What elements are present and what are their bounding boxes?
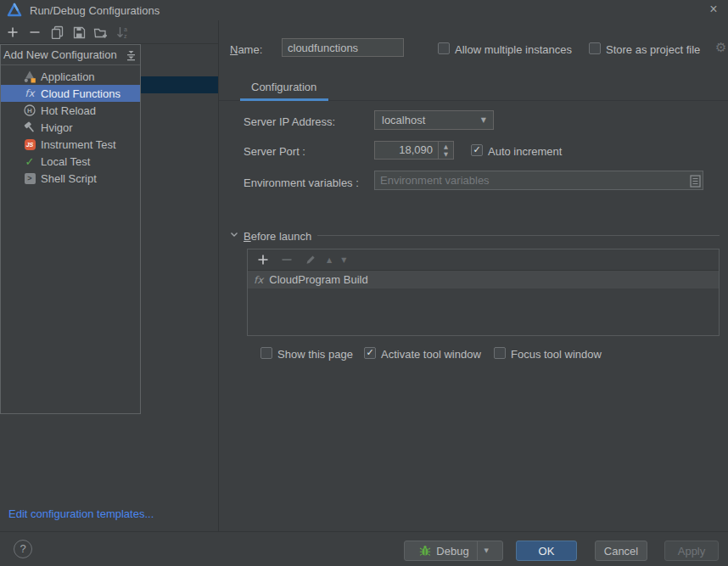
add-configuration-icon[interactable] xyxy=(5,25,20,39)
browse-variables-icon[interactable] xyxy=(689,174,701,188)
copy-configuration-icon[interactable] xyxy=(49,25,64,39)
configurations-toolbar: a z xyxy=(0,20,218,44)
focus-tool-window-label[interactable]: Focus tool window xyxy=(511,348,602,361)
close-icon[interactable]: × xyxy=(705,1,722,18)
dialog-title: Run/Debug Configurations xyxy=(30,4,160,17)
new-folder-icon[interactable] xyxy=(93,25,108,39)
before-launch-divider xyxy=(317,235,720,236)
spinner-buttons[interactable]: ▲ ▼ xyxy=(438,142,453,159)
before-launch-add-icon[interactable] xyxy=(255,253,270,267)
focus-tool-window-checkbox[interactable] xyxy=(494,347,506,359)
before-launch-task-row[interactable]: fx CloudProgram Build xyxy=(248,271,719,289)
hot-reload-icon: H xyxy=(23,104,36,117)
save-configuration-icon[interactable] xyxy=(71,25,86,39)
move-down-icon[interactable]: ▼ xyxy=(341,256,346,264)
run-debug-configurations-dialog: Run/Debug Configurations × xyxy=(0,0,728,566)
list-item-local-test[interactable]: ✓ Local Test xyxy=(1,153,140,170)
show-this-page-label[interactable]: Show this page xyxy=(277,348,353,361)
apply-button[interactable]: Apply xyxy=(664,541,719,561)
svg-text:a: a xyxy=(124,26,127,32)
edit-configuration-templates-link[interactable]: Edit configuration templates... xyxy=(8,507,154,520)
allow-multiple-instances-checkbox[interactable] xyxy=(438,42,450,54)
before-launch-remove-icon[interactable] xyxy=(279,253,294,267)
tab-configuration[interactable]: Configuration xyxy=(251,81,316,93)
popup-title: Add New Configuration xyxy=(3,48,117,61)
list-item-shell-script[interactable]: > Shell Script xyxy=(1,170,140,187)
list-item-label: Hvigor xyxy=(41,121,73,134)
shell-script-icon: > xyxy=(23,171,36,185)
list-item-label: Cloud Functions xyxy=(41,87,120,100)
gear-icon[interactable]: ⚙ xyxy=(715,40,726,55)
list-item-label: Hot Reload xyxy=(41,104,96,117)
spinner-up-icon: ▲ xyxy=(444,143,448,150)
list-item-instrument-test[interactable]: JS Instrument Test xyxy=(1,136,140,153)
show-this-page-checkbox[interactable] xyxy=(260,347,272,359)
list-item-label: Local Test xyxy=(41,155,90,168)
sort-configurations-icon[interactable]: a z xyxy=(115,25,130,39)
chevron-down-icon: ▼ xyxy=(481,116,486,124)
before-launch-toolbar: ▲ ▼ xyxy=(248,249,719,271)
add-new-configuration-popup: Add New Configuration xyxy=(0,44,141,414)
check-icon: ✓ xyxy=(23,154,36,168)
edit-pencil-icon[interactable] xyxy=(303,253,317,267)
name-label: Name: xyxy=(230,43,262,56)
task-label: CloudProgram Build xyxy=(269,273,367,286)
before-launch-box: ▲ ▼ fx CloudProgram Build xyxy=(247,249,720,336)
application-icon xyxy=(23,70,36,83)
server-port-label: Server Port : xyxy=(244,145,305,158)
debug-dropdown-arrow-icon[interactable]: ▼ xyxy=(477,541,496,560)
svg-text:H: H xyxy=(27,107,32,115)
remove-configuration-icon[interactable] xyxy=(27,25,42,39)
activate-tool-window-checkbox[interactable]: ✓ xyxy=(364,347,376,359)
debug-button[interactable]: Debug xyxy=(412,541,476,560)
ok-button[interactable]: OK xyxy=(516,541,577,561)
titlebar: Run/Debug Configurations × xyxy=(0,0,728,20)
server-port-spinner[interactable]: 18,090 ▲ ▼ xyxy=(374,141,454,160)
help-icon[interactable]: ? xyxy=(14,540,32,558)
spinner-down-icon: ▼ xyxy=(444,151,448,158)
bug-icon xyxy=(419,545,431,557)
task-fx-icon: fx xyxy=(254,274,263,286)
activate-tool-window-label[interactable]: Activate tool window xyxy=(381,348,481,361)
list-item-label: Instrument Test xyxy=(41,138,116,151)
tab-active-underline xyxy=(240,98,328,101)
environment-variables-input[interactable] xyxy=(374,171,703,190)
js-test-icon: JS xyxy=(23,137,36,151)
auto-increment-label[interactable]: Auto increment xyxy=(488,145,562,158)
cloud-functions-fx-icon: fx xyxy=(23,87,36,100)
server-ip-value: localhost xyxy=(382,114,425,126)
move-up-icon[interactable]: ▲ xyxy=(327,256,332,264)
configuration-detail-panel: Name: Allow multiple instances Store as … xyxy=(218,20,728,531)
svg-text:z: z xyxy=(124,32,127,38)
popup-header: Add New Configuration xyxy=(1,45,140,65)
list-item-label: Application xyxy=(41,70,95,83)
dialog-footer: ? Debug ▼ OK Cancel Apply xyxy=(0,531,728,566)
allow-multiple-instances-label[interactable]: Allow multiple instances xyxy=(455,43,572,56)
before-launch-title: Before launch xyxy=(244,230,311,243)
hammer-icon xyxy=(23,120,36,134)
debug-split-button: Debug ▼ xyxy=(404,541,503,561)
configuration-type-list: Application fx Cloud Functions H Hot Rel… xyxy=(1,65,140,187)
collapse-all-icon[interactable] xyxy=(126,48,137,61)
store-as-project-file-label[interactable]: Store as project file xyxy=(606,43,700,56)
list-item-hot-reload[interactable]: H Hot Reload xyxy=(1,102,140,119)
auto-increment-checkbox[interactable]: ✓ xyxy=(471,144,483,156)
server-port-value[interactable]: 18,090 xyxy=(375,142,438,159)
server-ip-combobox[interactable]: localhost ▼ xyxy=(374,110,494,130)
deveco-logo-icon xyxy=(7,3,22,18)
list-item-application[interactable]: Application xyxy=(1,68,140,85)
environment-variables-label: Environment variables : xyxy=(244,177,359,189)
cancel-button[interactable]: Cancel xyxy=(595,541,647,561)
list-item-label: Shell Script xyxy=(41,172,97,185)
list-item-cloud-functions[interactable]: fx Cloud Functions xyxy=(1,85,140,102)
store-as-project-file-checkbox[interactable] xyxy=(589,42,601,54)
name-input[interactable] xyxy=(282,38,404,57)
list-item-hvigor[interactable]: Hvigor xyxy=(1,119,140,136)
server-ip-label: Server IP Address: xyxy=(244,115,335,128)
debug-button-label: Debug xyxy=(436,545,468,558)
before-launch-collapse-icon[interactable] xyxy=(230,232,238,238)
